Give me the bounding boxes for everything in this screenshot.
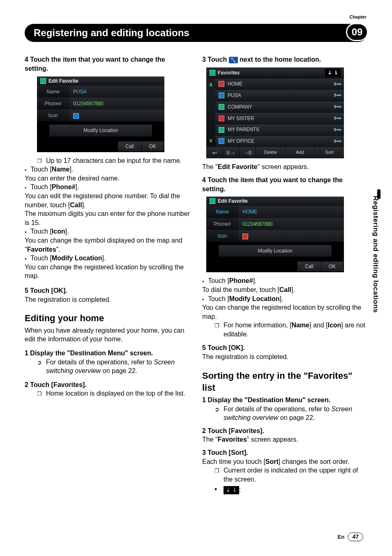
fav-scroll-rail[interactable]: ∧ ∨: [206, 78, 215, 147]
after-fav-text: The "Edit Favorite" screen appears.: [202, 162, 367, 171]
page-title-text: Registering and editing locations: [34, 27, 189, 38]
square-bullet-icon: [25, 255, 30, 262]
side-tab: Registering and editing locations: [371, 193, 380, 407]
shot1-name-label[interactable]: Name: [37, 86, 69, 97]
page-footer: En 47: [338, 533, 363, 541]
square-bullet-icon: [25, 183, 30, 190]
touch-modloc-desc: You can change the registered location b…: [25, 263, 190, 280]
fav-list: HOME🔧 PUSA🔧 COMPANY🔧 MY SISTER🔧 MY PAREN…: [215, 78, 344, 147]
fav-item-label: COMPANY: [228, 104, 252, 110]
r-touch-phone: Touch [Phone#].: [208, 277, 256, 284]
add-button[interactable]: Add: [285, 147, 315, 159]
note-17chars: Up to 17 characters can be input for the…: [46, 156, 182, 165]
edit-favorite-screenshot-1: Edit Favorite Name PUSA Phone# 012345678…: [37, 76, 164, 152]
note-bullet-icon: [214, 466, 220, 484]
shot2-modify-location-button[interactable]: Modify Location: [219, 245, 332, 257]
scroll-up-icon[interactable]: ∧: [209, 81, 213, 88]
s-step3-body: Each time you touch [Sort] changes the s…: [202, 457, 367, 466]
wrench-icon[interactable]: 🔧: [332, 136, 342, 146]
wrench-icon[interactable]: 🔧: [332, 79, 342, 89]
square-bullet-icon: [202, 295, 208, 302]
editing-your-home-heading: Editing your home: [25, 312, 190, 324]
fav-item[interactable]: COMPANY🔧: [215, 101, 344, 112]
fav-bottom-bar: ↩ ⎘→ →⎘ Delete Add Sort: [206, 147, 344, 159]
shot1-bottom-bar: Call OK: [37, 141, 164, 152]
square-bullet-icon: [25, 166, 30, 173]
scroll-down-icon[interactable]: ∨: [209, 137, 213, 144]
r-touch-modloc-desc: You can change the registered location b…: [202, 303, 367, 321]
window-icon: [210, 70, 215, 76]
shot1-phone-value[interactable]: 01234567890: [69, 98, 164, 109]
shot2-icon-value: [238, 230, 344, 242]
chapter-label: Chapter: [349, 14, 367, 20]
export-button[interactable]: ⎘→: [223, 147, 239, 159]
square-bullet-icon: [25, 228, 30, 235]
shot2-phone-value[interactable]: 01234567890: [238, 218, 344, 230]
shot1-modify-location-button[interactable]: Modify Location: [49, 125, 152, 136]
shot1-ok-button[interactable]: OK: [142, 141, 164, 151]
shot2-title: Edit Favorite: [206, 197, 344, 206]
delete-button[interactable]: Delete: [256, 147, 285, 159]
shot1-title: Edit Favorite: [37, 76, 164, 86]
s-note2: ⇣ ⇂:: [224, 485, 241, 494]
wrench-icon[interactable]: 🔧: [332, 125, 342, 135]
parking-icon: [73, 113, 79, 119]
dot-bullet-icon: [214, 485, 220, 494]
shot1-name-value[interactable]: PUSA: [69, 86, 164, 97]
fav-item[interactable]: MY PARENTS🔧: [215, 124, 344, 135]
import-button[interactable]: →⎘: [239, 147, 256, 159]
touch-icon-desc: You can change the symbol displayed on t…: [25, 236, 190, 254]
ref-arrow-icon: [214, 405, 220, 422]
eh-step2-heading: 2 Touch [Favorites].: [25, 380, 190, 389]
s-step3-heading: 3 Touch [Sort].: [202, 448, 367, 457]
window-icon: [40, 78, 46, 84]
footer-lang: En: [338, 533, 345, 541]
side-tab-text: Registering and editing locations: [371, 193, 380, 313]
note-bullet-icon: [37, 389, 43, 398]
fav-item[interactable]: MY SISTER🔧: [215, 112, 344, 124]
poi-icon: [219, 93, 224, 98]
fav-item[interactable]: MY OFFICE🔧: [215, 135, 344, 147]
favorites-list-screenshot: Favorites ⇣ ⇂ ∧ ∨ HOME🔧 PUSA🔧 COMPANY🔧 M…: [206, 67, 344, 158]
note-bullet-icon: [37, 156, 43, 165]
home-icon: [219, 81, 224, 87]
shot1-icon-value[interactable]: [69, 110, 164, 121]
shot2-call-button[interactable]: Call: [297, 262, 321, 271]
window-icon: [210, 198, 215, 204]
left-step5-heading: 5 Touch [OK].: [25, 286, 190, 295]
shot1-icon-label[interactable]: Icon: [37, 110, 69, 121]
edit-favorite-screenshot-2: Edit Favorite Name HOME Phone# 012345678…: [206, 197, 344, 272]
s-step2-body: The "Favorites" screen appears.: [202, 435, 367, 444]
right-step3-heading: 3 Touch 🔧 next to the home location.: [202, 55, 367, 64]
fav-item-label: MY SISTER: [228, 115, 254, 122]
s-step1-ref: For details of the operations, refer to …: [224, 405, 367, 422]
shot2-name-label: Name: [206, 206, 238, 218]
shot2-title-text: Edit Favorite: [218, 198, 248, 204]
content-columns: 4 Touch the item that you want to change…: [25, 53, 367, 494]
wrench-icon[interactable]: 🔧: [332, 90, 342, 100]
left-step5-body: The registration is completed.: [25, 295, 190, 304]
sort-button[interactable]: Sort: [314, 147, 344, 159]
wrench-icon[interactable]: 🔧: [332, 113, 342, 123]
touch-name: Touch [Name].Touch [Name].: [30, 166, 73, 173]
shot2-phone-label[interactable]: Phone#: [206, 218, 238, 230]
ref-arrow-icon: [37, 358, 43, 375]
shot1-row-icon: Icon: [37, 109, 164, 121]
shot1-phone-label[interactable]: Phone#: [37, 98, 69, 109]
touch-modloc: Touch [Modify Location].: [30, 255, 106, 262]
shot1-row-phone: Phone# 01234567890: [37, 97, 164, 109]
fav-item[interactable]: PUSA🔧: [215, 89, 344, 101]
chapter-number-badge: 09: [346, 23, 368, 41]
back-button[interactable]: ↩: [206, 147, 223, 159]
page: Chapter Registering and editing location…: [0, 0, 392, 556]
note-bullet-icon: [214, 321, 220, 338]
touch-icon: Touch [Icon].: [30, 228, 69, 235]
fav-item[interactable]: HOME🔧: [215, 78, 344, 90]
shot2-ok-button[interactable]: OK: [321, 262, 343, 271]
fav-title: Favorites: [218, 70, 240, 76]
fav-item-label: MY PARENTS: [228, 126, 259, 133]
poi-icon: [219, 116, 224, 121]
shot1-call-button[interactable]: Call: [118, 141, 141, 151]
shot1-row-name: Name PUSA: [37, 86, 164, 97]
wrench-icon[interactable]: 🔧: [332, 102, 342, 112]
